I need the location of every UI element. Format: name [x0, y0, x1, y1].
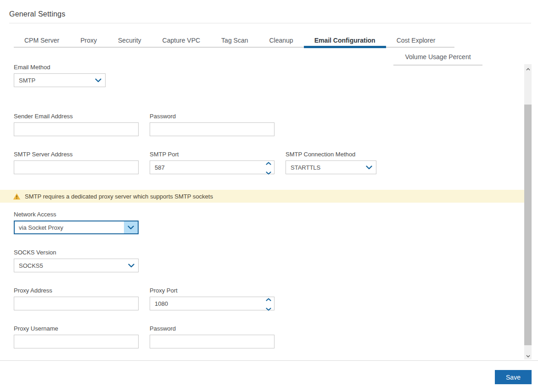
- scroll-up-button[interactable]: [524, 64, 532, 72]
- scroll-down-button[interactable]: [524, 351, 532, 359]
- proxy-password-input[interactable]: [150, 335, 275, 348]
- proxy-username-input[interactable]: [14, 335, 139, 348]
- vertical-scrollbar[interactable]: [524, 64, 532, 359]
- socks-version-select[interactable]: SOCKS5: [14, 259, 139, 272]
- proxy-port-input[interactable]: [150, 297, 275, 310]
- tab-bar: CPM Server Proxy Security Capture VPC Ta…: [14, 34, 454, 48]
- smtp-server-label: SMTP Server Address: [14, 151, 139, 158]
- password-input[interactable]: [150, 122, 275, 136]
- warning-text: SMTP requires a dedicated proxy server w…: [25, 193, 213, 200]
- save-button[interactable]: Save: [495, 370, 532, 384]
- chevron-down-icon: [91, 74, 105, 87]
- proxy-password-label: Password: [150, 325, 275, 332]
- sender-email-label: Sender Email Address: [14, 113, 139, 120]
- proxy-port-spinner[interactable]: [266, 297, 271, 310]
- page-title: General Settings: [9, 10, 65, 18]
- smtp-proxy-warning-banner: SMTP requires a dedicated proxy server w…: [0, 190, 524, 203]
- socks-version-value: SOCKS5: [19, 262, 43, 269]
- chevron-up-icon[interactable]: [266, 295, 271, 303]
- chevron-down-icon: [124, 221, 138, 233]
- title-divider: [9, 23, 531, 23]
- email-method-select[interactable]: SMTP: [14, 73, 106, 87]
- chevron-down-icon[interactable]: [266, 168, 271, 177]
- footer-divider: [0, 360, 538, 361]
- smtp-connection-method-select[interactable]: STARTTLS: [286, 160, 376, 174]
- tab-cleanup[interactable]: Cleanup: [258, 34, 303, 47]
- warning-icon: [13, 193, 21, 200]
- chevron-down-icon[interactable]: [266, 304, 271, 313]
- proxy-port-label: Proxy Port: [150, 287, 275, 294]
- tab-proxy[interactable]: Proxy: [70, 34, 107, 47]
- tab-cpm-server[interactable]: CPM Server: [14, 34, 70, 47]
- general-settings-page: General Settings CPM Server Proxy Securi…: [0, 0, 538, 392]
- smtp-connection-method-value: STARTTLS: [291, 164, 320, 171]
- socks-version-label: SOCKS Version: [14, 249, 139, 256]
- chevron-up-icon[interactable]: [266, 159, 271, 167]
- network-access-select[interactable]: via Socket Proxy: [14, 221, 139, 234]
- tab-email-configuration[interactable]: Email Configuration: [304, 34, 386, 47]
- email-method-value: SMTP: [19, 77, 35, 84]
- network-access-value: via Socket Proxy: [19, 224, 63, 231]
- chevron-down-icon: [526, 351, 530, 359]
- smtp-port-label: SMTP Port: [150, 151, 275, 158]
- tab-volume-usage-percent[interactable]: Volume Usage Percent: [393, 49, 482, 66]
- proxy-address-label: Proxy Address: [14, 287, 139, 294]
- smtp-port-input[interactable]: [150, 160, 275, 174]
- tab-cost-explorer[interactable]: Cost Explorer: [386, 34, 446, 47]
- chevron-up-icon: [526, 64, 530, 72]
- smtp-port-spinner[interactable]: [266, 160, 271, 174]
- tab-capture-vpc[interactable]: Capture VPC: [152, 34, 211, 47]
- tab-tag-scan[interactable]: Tag Scan: [211, 34, 258, 47]
- proxy-username-label: Proxy Username: [14, 325, 139, 332]
- smtp-server-input[interactable]: [14, 160, 139, 174]
- sender-email-input[interactable]: [14, 122, 139, 136]
- chevron-down-icon: [362, 161, 376, 174]
- smtp-connection-method-label: SMTP Connection Method: [286, 151, 376, 158]
- email-method-label: Email Method: [14, 64, 106, 71]
- scrollbar-thumb[interactable]: [524, 105, 532, 345]
- password-label: Password: [150, 113, 275, 120]
- chevron-down-icon: [124, 259, 138, 272]
- proxy-address-input[interactable]: [14, 297, 139, 310]
- network-access-label: Network Access: [14, 211, 139, 218]
- tab-security[interactable]: Security: [107, 34, 152, 47]
